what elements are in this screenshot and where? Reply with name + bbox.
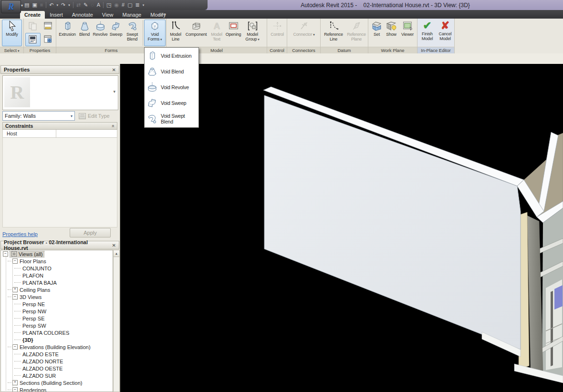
tree-item-conjunto[interactable]: CONJUNTO [1, 265, 113, 272]
tree-item-3d-views[interactable]: −3D Views [1, 293, 113, 300]
property-value[interactable] [56, 130, 117, 138]
measure-icon: ⇄ [76, 0, 81, 10]
tree-item-3d-current-view[interactable]: {3D} [1, 336, 113, 343]
panel-label-select[interactable]: Select [0, 47, 23, 53]
scroll-up-arrow-icon[interactable]: ▲ [114, 250, 119, 257]
constraints-group-header[interactable]: Constraints » [2, 122, 117, 130]
customize-qat-icon[interactable]: ▾ [143, 0, 145, 10]
properties-palette-titlebar[interactable]: Properties ✕ [0, 65, 119, 74]
component-button[interactable]: Component [184, 20, 208, 46]
tree-item-planta-colores[interactable]: PLANTA COLORES [1, 329, 113, 336]
properties-palette-icon [28, 34, 38, 45]
properties-palette-button[interactable] [25, 33, 41, 46]
swept-blend-icon [126, 20, 138, 32]
print-icon: ≡ [40, 0, 43, 10]
tree-item-ceiling-plans[interactable]: +Ceiling Plans [1, 286, 113, 293]
tree-item-persp-ne[interactable]: Persp NE [1, 300, 113, 308]
finish-model-button[interactable]: ✔ Finish Model [419, 20, 436, 46]
extrusion-button[interactable]: Extrusion [58, 20, 77, 46]
tree-item-persp-sw[interactable]: Persp SW [1, 322, 113, 329]
tab-create[interactable]: Create [20, 11, 45, 19]
set-work-plane-icon [371, 20, 383, 32]
properties-help-link[interactable]: Properties help [2, 231, 38, 237]
tree-item-renderings[interactable]: −Renderings [1, 386, 113, 392]
viewer-button[interactable]: Viewer [398, 20, 417, 46]
redo-icon[interactable]: ↷ [61, 0, 65, 10]
tree-item-alzado-norte[interactable]: ALZADO NORTE [1, 358, 113, 365]
aligned-dimension-icon[interactable]: ✎ [83, 0, 88, 10]
tab-insert[interactable]: Insert [45, 11, 67, 19]
tree-item-alzado-sur[interactable]: ALZADO SUR [1, 372, 113, 379]
tab-manage[interactable]: Manage [118, 11, 146, 19]
set-work-plane-button[interactable]: Set [370, 20, 383, 46]
swept-blend-button[interactable]: Swept Blend [124, 20, 141, 46]
modify-button[interactable]: Modify [2, 20, 22, 46]
tree-item-persp-se[interactable]: Persp SE [1, 315, 113, 322]
tree-scrollbar[interactable]: ▲ [113, 250, 120, 392]
blend-icon [79, 20, 91, 32]
tree-item-floor-plans[interactable]: −Floor Plans [1, 258, 113, 265]
toolbar-separator [73, 2, 73, 8]
project-browser-title: Project Browser - 02-International House… [4, 239, 112, 251]
default-3d-view-icon[interactable]: ◳ [106, 0, 111, 10]
application-menu-arrow-icon[interactable]: ▾ [21, 3, 23, 8]
show-work-plane-button[interactable]: Show [384, 20, 398, 46]
application-menu-button[interactable]: R [1, 0, 21, 13]
save-icon[interactable]: ▣ [32, 0, 37, 10]
tree-item-views-all[interactable]: − Views (all) [1, 250, 113, 258]
tree-item-sections[interactable]: +Sections (Building Section) [1, 379, 113, 386]
project-browser-tree[interactable]: − Views (all) −Floor Plans CONJUNTO PLAF… [0, 250, 113, 392]
tree-item-planta-baja[interactable]: PLANTA BAJA [1, 279, 113, 286]
tab-annotate[interactable]: Annotate [68, 11, 97, 19]
tree-item-plafon[interactable]: PLAFON [1, 272, 113, 279]
blend-button[interactable]: Blend [78, 20, 91, 46]
close-icon[interactable]: ✕ [112, 67, 116, 72]
sweep-button[interactable]: Sweep [109, 20, 123, 46]
project-browser-titlebar[interactable]: Project Browser - 02-International House… [0, 241, 119, 249]
reference-line-icon [328, 20, 340, 32]
tree-item-elevations[interactable]: −Elevations (Building Elevation) [1, 343, 113, 351]
revit-window: ▤ ▣ ≡ ↶ ▾ ↷ ▾ ⇄ ✎ ◌ A ◳ ◉ # ▢ ≣ ▾ Autode… [0, 0, 563, 392]
undo-icon[interactable]: ↶ [49, 0, 53, 10]
panel-connectors: Connector Connectors [287, 19, 321, 53]
ribbon-display-toggle[interactable]: ▭▾ [158, 11, 166, 18]
menu-item-void-swept-blend[interactable]: Void Swept Blend [145, 111, 198, 126]
menu-item-void-blend[interactable]: Void Blend [145, 63, 198, 79]
opening-button[interactable]: Opening [225, 20, 241, 46]
close-icon[interactable]: ✕ [112, 243, 116, 248]
property-row-host[interactable]: Host [2, 130, 117, 138]
type-selector[interactable]: R ▾ [2, 75, 118, 110]
type-properties-button[interactable] [41, 20, 56, 33]
revolve-button[interactable]: Revolve [92, 20, 108, 46]
model-line-button[interactable]: Model Line [168, 20, 183, 46]
tab-view[interactable]: View [98, 11, 118, 19]
interior-blue-panel-3d [554, 285, 563, 309]
switch-windows-icon[interactable]: ▢ [127, 0, 132, 10]
void-forms-button[interactable]: Void Forms [144, 20, 166, 46]
section-icon: ◉ [114, 0, 119, 10]
thin-lines-icon[interactable]: # [122, 0, 125, 10]
model-group-icon [247, 20, 259, 32]
tree-item-alzado-este[interactable]: ALZADO ESTE [1, 351, 113, 358]
undo-dropdown-icon[interactable]: ▾ [56, 0, 58, 10]
void-extrusion-icon [147, 50, 157, 62]
tag-icon: ◌ [91, 0, 94, 10]
family-types-button[interactable] [41, 33, 56, 46]
tile-windows-icon[interactable]: ≣ [136, 0, 140, 10]
model-group-button[interactable]: Model Group [242, 20, 262, 46]
menu-item-void-extrusion[interactable]: Void Extrusion [145, 48, 198, 63]
menu-item-void-sweep[interactable]: Void Sweep [145, 95, 198, 111]
tree-item-alzado-oeste[interactable]: ALZADO OESTE [1, 365, 113, 372]
tree-item-persp-nw[interactable]: Persp NW [1, 308, 113, 315]
panel-label-in-place-editor: In-Place Editor [417, 47, 454, 53]
menu-item-void-revolve[interactable]: Void Revolve [145, 79, 198, 95]
chevron-down-icon[interactable]: ▾ [113, 89, 115, 94]
collapse-icon[interactable]: » [111, 124, 116, 127]
redo-dropdown-icon[interactable]: ▾ [68, 0, 70, 10]
cancel-model-button[interactable]: ✘ Cancel Model [437, 20, 454, 46]
reference-line-button[interactable]: Reference Line [323, 20, 344, 46]
open-icon[interactable]: ▤ [24, 0, 29, 10]
family-filter-combo[interactable]: Family: Walls ▾ [2, 111, 75, 121]
text-icon[interactable]: A [97, 0, 100, 10]
title-bar: ▤ ▣ ≡ ↶ ▾ ↷ ▾ ⇄ ✎ ◌ A ◳ ◉ # ▢ ≣ ▾ Autode… [0, 0, 563, 10]
